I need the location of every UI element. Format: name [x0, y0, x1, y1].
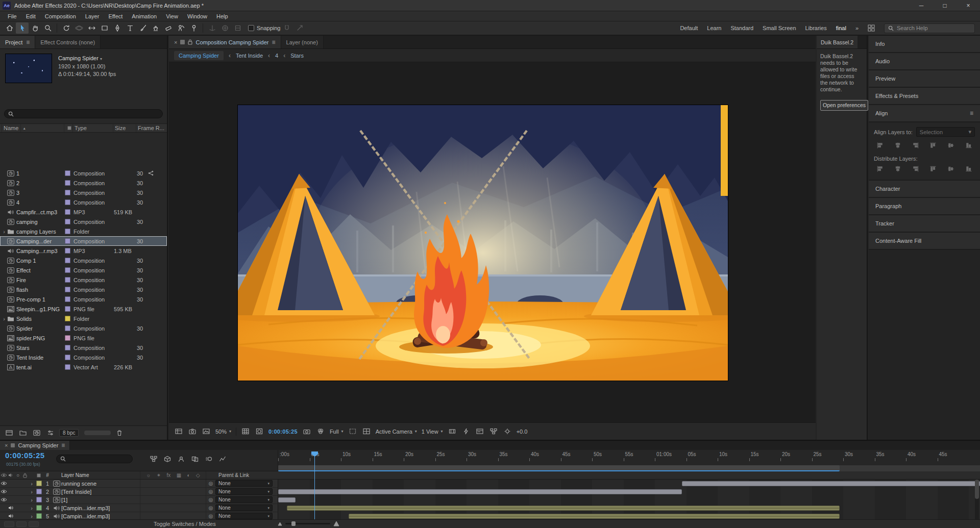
rectangle-tool[interactable] — [98, 22, 111, 34]
distribute-left-button[interactable] — [928, 165, 938, 173]
workspace-default[interactable]: Default — [680, 25, 698, 31]
align-h-center-button[interactable] — [893, 141, 902, 149]
toggle-switches-modes-button[interactable]: Toggle Switches / Modes — [151, 521, 219, 527]
breadcrumb-camping-spider[interactable]: Camping Spider — [174, 51, 224, 60]
project-item-camping[interactable]: campingComposition30 — [0, 217, 167, 227]
label-swatch[interactable] — [65, 248, 74, 254]
layer-duration-bar[interactable] — [287, 506, 840, 511]
label-swatch[interactable] — [65, 355, 74, 360]
zoom-slider[interactable] — [285, 523, 330, 524]
layer-name[interactable]: running scene — [61, 481, 140, 487]
project-item-sleepin-g1-png[interactable]: Sleepin...g1.PNGPNG file595 KB — [0, 304, 167, 314]
project-item-4[interactable]: 4Composition30 — [0, 197, 167, 207]
workspace-learn[interactable]: Learn — [707, 25, 721, 31]
help-search-box[interactable] — [884, 23, 975, 33]
label-swatch[interactable] — [35, 481, 43, 486]
world-axis-mode-button[interactable] — [218, 22, 231, 34]
layer-switches[interactable] — [140, 496, 206, 504]
expand-arrow-icon[interactable]: › — [29, 497, 35, 503]
timeline-search-input[interactable] — [68, 456, 125, 462]
interpret-footage-button[interactable] — [4, 429, 14, 437]
menu-help[interactable]: Help — [212, 13, 233, 19]
distribute-h-center-button[interactable] — [946, 165, 955, 173]
menu-layer[interactable]: Layer — [81, 13, 104, 19]
current-time-display[interactable]: 0:00:05:25 — [5, 451, 44, 460]
layer-duration-bar[interactable] — [682, 481, 980, 486]
layer-switches[interactable] — [140, 480, 206, 487]
menu-edit[interactable]: Edit — [21, 13, 40, 19]
open-preferences-button[interactable]: Open preferences — [820, 100, 868, 111]
label-swatch[interactable] — [65, 180, 74, 186]
parent-pickwhip-icon[interactable]: ◎ — [206, 505, 215, 511]
menu-view[interactable]: View — [161, 13, 183, 19]
snapping-control[interactable]: Snapping — [248, 25, 281, 31]
panel-menu-icon[interactable]: ≡ — [970, 110, 973, 117]
resolution-dropdown[interactable]: Full▾ — [330, 429, 344, 435]
composition-mini-flowchart-icon[interactable] — [149, 455, 158, 463]
label-swatch[interactable] — [35, 513, 43, 519]
zoom-slider-thumb[interactable] — [291, 521, 296, 526]
align-top-button[interactable] — [928, 141, 938, 149]
project-item-camping-layers[interactable]: ›camping LayersFolder — [0, 227, 167, 236]
menu-file[interactable]: File — [3, 13, 21, 19]
parent-pickwhip-icon[interactable]: ◎ — [206, 497, 215, 502]
minimize-button[interactable]: ─ — [910, 0, 933, 11]
align-left-button[interactable] — [875, 141, 885, 149]
zoom-tool[interactable] — [41, 22, 54, 34]
distribute-bottom-button[interactable] — [911, 165, 920, 173]
panel-align[interactable]: Align ≡ — [869, 105, 980, 122]
graph-editor-icon[interactable] — [218, 455, 227, 463]
project-item-effect[interactable]: EffectComposition30 — [0, 265, 167, 275]
tab-layer[interactable]: Layer (none) — [281, 36, 324, 48]
timeline-track-area[interactable] — [278, 480, 980, 520]
project-item-stars[interactable]: StarsComposition30 — [0, 343, 167, 353]
label-swatch[interactable] — [65, 209, 74, 215]
camera-dropdown[interactable]: Active Camera▾ — [376, 429, 417, 435]
take-snapshot-icon[interactable] — [302, 428, 311, 436]
project-search-input[interactable] — [16, 111, 149, 117]
brush-tool[interactable] — [136, 22, 149, 34]
panel-menu-icon[interactable]: ≡ — [272, 39, 276, 46]
label-swatch[interactable] — [35, 489, 43, 494]
menu-animation[interactable]: Animation — [127, 13, 161, 19]
audio-toggle[interactable] — [7, 506, 14, 510]
tab-timeline-camping-spider[interactable]: × Camping Spider ≡ — [0, 441, 70, 450]
show-snapshot-icon[interactable] — [202, 428, 211, 436]
workspace-overflow-button[interactable]: » — [855, 25, 859, 31]
project-item-3[interactable]: 3Composition30 — [0, 188, 167, 197]
project-item-camping-der[interactable]: Camping...derComposition30 — [0, 236, 167, 246]
label-swatch[interactable] — [65, 190, 74, 195]
puppet-pin-tool[interactable] — [187, 22, 200, 34]
layer-name-column[interactable]: Layer Name — [61, 472, 140, 478]
distribute-v-center-button[interactable] — [893, 165, 902, 173]
project-item-spider[interactable]: SpiderComposition30 — [0, 323, 167, 333]
label-swatch[interactable] — [65, 345, 74, 350]
label-swatch[interactable] — [65, 170, 74, 176]
lock-icon[interactable] — [188, 39, 192, 45]
snap-options2-icon[interactable] — [293, 22, 306, 34]
label-swatch[interactable] — [35, 505, 43, 511]
time-ruler[interactable]: :00s05s10s15s20s25s30s35s40s45s50s55s01:… — [278, 450, 980, 471]
campfire-scene-image[interactable] — [238, 105, 728, 381]
parent-pickwhip-icon[interactable]: ◎ — [206, 489, 215, 494]
panel-tracker[interactable]: Tracker — [869, 215, 980, 233]
project-item-comp-1[interactable]: Comp 1Composition30 — [0, 256, 167, 265]
menu-effect[interactable]: Effect — [104, 13, 127, 19]
label-swatch[interactable] — [65, 277, 74, 283]
motion-blur-icon[interactable] — [204, 455, 213, 463]
panel-audio[interactable]: Audio — [869, 53, 980, 70]
rotation-tool[interactable] — [60, 22, 72, 34]
hand-tool[interactable] — [29, 22, 41, 34]
roto-brush-tool[interactable] — [175, 22, 187, 34]
project-item-spider-png[interactable]: spider.PNGPNG file — [0, 333, 167, 343]
panel-effects-presets[interactable]: Effects & Presets — [869, 88, 980, 105]
panel-content-aware-fill[interactable]: Content-Aware Fill — [869, 233, 980, 250]
expander-icon[interactable]: › — [1, 229, 7, 235]
horizontal-scrollbar[interactable] — [84, 431, 111, 435]
label-column-icon[interactable] — [35, 473, 43, 477]
label-swatch[interactable] — [65, 238, 74, 244]
home-button[interactable] — [3, 22, 16, 34]
project-item-tent-ai[interactable]: tent.aiVector Art226 KB — [0, 362, 167, 372]
layer-name[interactable]: [Campin...ider.mp3] — [61, 513, 140, 519]
eye-toggle[interactable] — [0, 489, 7, 494]
